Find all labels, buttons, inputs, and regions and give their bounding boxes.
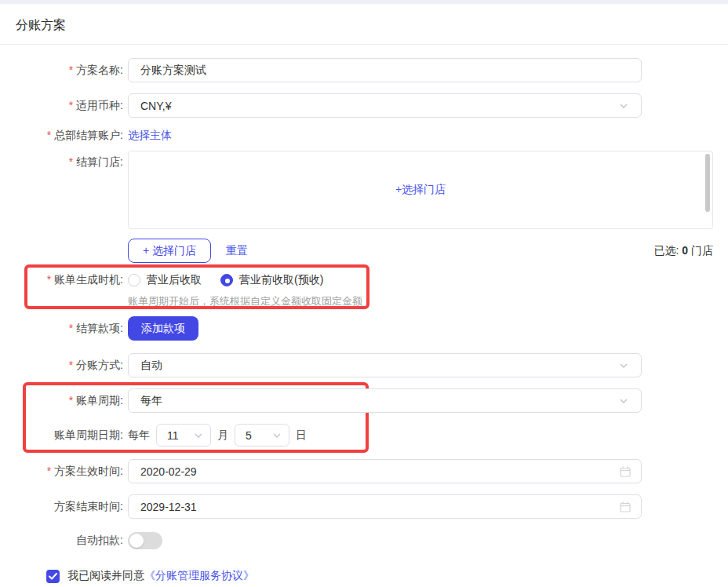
cycle-date-prefix: 每年 (128, 428, 150, 443)
bill-cycle-select[interactable]: 每年 (128, 388, 642, 413)
form-row-hq-account: *总部结算账户: 选择主体 (0, 129, 713, 143)
required-mark: * (47, 129, 51, 141)
bill-cycle-label: *账单周期: (0, 394, 123, 408)
end-time-label: 方案结束时间: (0, 500, 123, 514)
settlement-items-label-text: 结算款项: (76, 322, 123, 334)
bill-cycle-select-value: 每年 (140, 394, 618, 408)
radio-before-business-label: 营业前收取(预收) (239, 273, 323, 287)
stores-label: *结算门店: (0, 155, 123, 170)
required-mark: * (69, 394, 73, 407)
split-method-label-text: 分账方式: (76, 359, 123, 371)
radio-after-business[interactable]: 营业后收取 (128, 273, 202, 287)
bill-cycle-date-label: 账单周期日期: (0, 428, 123, 443)
select-entity-link[interactable]: 选择主体 (128, 129, 172, 143)
selected-suffix: 门店 (691, 244, 713, 257)
currency-select-value: CNY,¥ (140, 100, 618, 112)
currency-label: *适用币种: (0, 99, 123, 113)
agreement-link[interactable]: 《分账管理服务协议》 (144, 569, 254, 583)
form-row-split-method: *分账方式: 自动 (0, 353, 713, 377)
form-row-end-time: 方案结束时间: 2029-12-31 (0, 494, 713, 519)
bill-timing-hint: 账单周期开始后，系统根据自定义金额收取固定金额 (128, 294, 713, 308)
bill-cycle-label-text: 账单周期: (76, 394, 123, 407)
required-mark: * (47, 465, 51, 477)
form-row-start-time: *方案生效时间: 2020-02-29 (0, 459, 713, 483)
required-mark: * (69, 99, 73, 111)
radio-checked-icon (220, 274, 233, 286)
split-method-select[interactable]: 自动 (128, 353, 642, 377)
bill-timing-radio-group: 营业后收取 营业前收取(预收) (128, 273, 342, 287)
split-scheme-form: *方案名称: *适用币种: CNY,¥ *总部结算账户: 选择主体 *结算门店:… (0, 45, 713, 583)
form-row-scheme-name: *方案名称: (0, 58, 713, 82)
currency-select[interactable]: CNY,¥ (128, 93, 642, 118)
form-row-auto-debit: 自动扣款: (0, 532, 713, 549)
required-mark: * (69, 155, 73, 168)
bill-timing-line: *账单生成时机: 营业后收取 营业前收取(预收) (0, 271, 713, 290)
bill-timing-label-text: 账单生成时机: (54, 273, 123, 286)
required-mark: * (69, 359, 73, 371)
bill-cycle-section: *账单周期: 每年 账单周期日期: 每年 11 月 5 日 (0, 388, 713, 447)
add-store-inner-link[interactable]: +选择门店 (395, 183, 446, 197)
selected-prefix: 已选: (654, 244, 679, 257)
end-time-date-input[interactable]: 2029-12-31 (128, 494, 642, 519)
radio-unchecked-icon (128, 274, 140, 286)
form-row-settlement-items: *结算款项: 添加款项 (0, 316, 713, 341)
scrollbar-thumb[interactable] (705, 154, 710, 212)
cycle-day-unit: 日 (296, 428, 307, 443)
split-method-label: *分账方式: (0, 359, 123, 373)
end-time-label-text: 方案结束时间: (54, 500, 123, 512)
start-time-label: *方案生效时间: (0, 465, 123, 479)
checkmark-icon (49, 573, 57, 580)
settlement-items-label: *结算款项: (0, 322, 123, 336)
hq-account-label-text: 总部结算账户: (54, 129, 123, 141)
toggle-knob (129, 534, 144, 548)
start-time-label-text: 方案生效时间: (54, 465, 123, 477)
calendar-icon (619, 465, 632, 478)
bill-cycle-date-label-text: 账单周期日期: (54, 428, 123, 441)
add-item-button[interactable]: 添加款项 (128, 316, 198, 341)
split-method-select-value: 自动 (140, 359, 618, 373)
chevron-down-icon (193, 430, 204, 441)
scheme-name-label: *方案名称: (0, 64, 123, 78)
chevron-down-icon (618, 360, 629, 371)
auto-debit-label-text: 自动扣款: (76, 534, 123, 546)
calendar-icon (619, 501, 632, 513)
reset-link[interactable]: 重置 (226, 244, 248, 258)
stores-selection-box: +选择门店 (128, 151, 713, 229)
auto-debit-label: 自动扣款: (0, 534, 123, 548)
start-time-value: 2020-02-29 (140, 465, 629, 478)
scheme-name-input[interactable] (128, 58, 642, 82)
form-row-store-actions: + 选择门店 重置 已选: 0 门店 (0, 239, 713, 263)
radio-before-business[interactable]: 营业前收取(预收) (220, 273, 323, 287)
agreement-checkbox[interactable] (46, 570, 60, 583)
page-title: 分账方案 (16, 17, 712, 34)
form-row-agreement: 我已阅读并同意 《分账管理服务协议》 (46, 569, 713, 583)
form-row-currency: *适用币种: CNY,¥ (0, 93, 713, 118)
chevron-down-icon (618, 100, 629, 111)
hq-account-label: *总部结算账户: (0, 129, 123, 143)
select-stores-button[interactable]: + 选择门店 (128, 239, 211, 263)
agreement-text: 我已阅读并同意 (67, 569, 144, 583)
start-time-date-input[interactable]: 2020-02-29 (128, 459, 642, 483)
chevron-down-icon (271, 430, 282, 441)
cycle-month-select[interactable]: 11 (156, 424, 211, 447)
bill-timing-label: *账单生成时机: (0, 273, 123, 287)
cycle-day-value: 5 (246, 429, 271, 442)
end-time-value: 2029-12-31 (140, 501, 629, 513)
radio-after-business-label: 营业后收取 (147, 273, 202, 287)
currency-label-text: 适用币种: (76, 99, 123, 111)
form-row-bill-cycle-date: 账单周期日期: 每年 11 月 5 日 (0, 424, 713, 447)
scheme-name-label-text: 方案名称: (76, 64, 123, 76)
chevron-down-icon (618, 396, 629, 407)
form-row-stores: *结算门店: +选择门店 (0, 151, 713, 229)
required-mark: * (47, 273, 51, 286)
selected-count: 已选: 0 门店 (654, 244, 713, 258)
auto-debit-toggle[interactable] (128, 532, 162, 549)
cycle-month-unit: 月 (217, 428, 228, 443)
form-row-bill-cycle: *账单周期: 每年 (0, 388, 713, 413)
form-row-bill-timing: *账单生成时机: 营业后收取 营业前收取(预收) 账单周期开始后，系统根据自定义… (0, 271, 713, 308)
stores-label-text: 结算门店: (76, 155, 123, 168)
cycle-month-value: 11 (167, 429, 193, 442)
required-mark: * (69, 64, 73, 76)
selected-count-value: 0 (682, 244, 688, 257)
cycle-day-select[interactable]: 5 (235, 424, 289, 447)
